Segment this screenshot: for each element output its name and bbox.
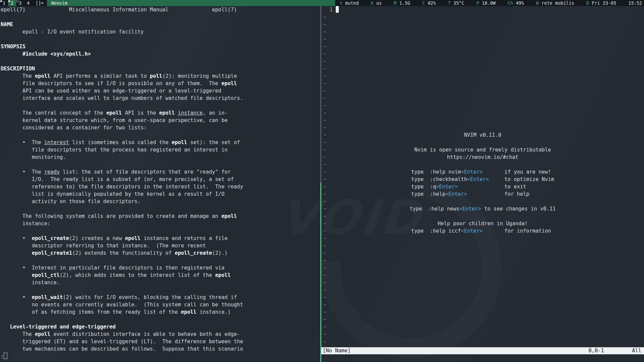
- tilde: ~: [323, 264, 326, 272]
- man-line: monitoring.: [1, 154, 319, 161]
- layout-symbol[interactable]: []=: [32, 0, 47, 6]
- tilde: ~: [323, 13, 326, 21]
- man-line: • The ready list: the set of file descri…: [1, 168, 319, 176]
- status-item-D: D Fri 23-05: [586, 0, 616, 6]
- tilde: ~: [323, 308, 326, 316]
- intro-line: NVIM v0.11.0: [321, 131, 644, 139]
- man-page-pane[interactable]: epoll(7) Miscellaneous Information Manua…: [1, 6, 319, 362]
- status-value: 1.5G: [399, 0, 410, 6]
- tilde: ~: [323, 109, 326, 117]
- tilde: ~: [323, 235, 326, 242]
- man-line: [1, 58, 319, 65]
- intro-line: type :help<Enter> for help: [321, 190, 644, 198]
- man-line: [1, 286, 319, 294]
- man-line: file descriptors to see if I/O is possib…: [1, 80, 319, 87]
- tilde: ~: [323, 21, 326, 28]
- intro-line: type :help iccf<Enter> for information: [321, 227, 644, 235]
- status-key: P: [476, 0, 479, 6]
- man-line: The following system calls are provided …: [1, 213, 319, 220]
- status-value: 18.0W: [482, 0, 496, 6]
- man-line: two mechanisms can be described as follo…: [1, 345, 319, 353]
- tilde: ~: [323, 257, 326, 264]
- status-item-W: W rete mobilis: [536, 0, 574, 6]
- status-value: 49%: [516, 0, 524, 6]
- tilde: ~: [323, 301, 326, 308]
- man-line: list is dynamically populated by the ker…: [1, 190, 319, 198]
- status-item-T: T 35°C: [448, 0, 465, 6]
- pager-cursor: [4, 353, 7, 359]
- man-line: file descriptors that the process has re…: [1, 146, 319, 154]
- tilde: ~: [323, 72, 326, 80]
- desktop: { "colors":{ "bar_bg":"#14191e","bar_gre…: [0, 0, 644, 362]
- man-line: The epoll API performs a similar task to…: [1, 72, 319, 80]
- man-line: I/O. The ready list is a subset of (or, …: [1, 176, 319, 183]
- tilde: ~: [323, 213, 326, 220]
- tilde: ~: [323, 124, 326, 131]
- man-line: descriptor referring to that instance. (…: [1, 242, 319, 249]
- man-line: of as fetching items from the ready list…: [1, 308, 319, 316]
- status-value: 35°C: [453, 0, 465, 6]
- intro-line: Help poor children in Uganda!: [321, 220, 644, 227]
- man-line: • epoll_wait(2) waits for I/O events, bl…: [1, 294, 319, 301]
- top-bar: 1234 []= Neovim V mutedK usM 1.5GC 02%T …: [0, 0, 644, 6]
- intro-line: https://neovim.io/#chat: [321, 154, 644, 161]
- man-line: epoll_ctl(2), which adds items to the in…: [1, 272, 319, 279]
- tag-indicator: [8, 0, 10, 2]
- tilde: ~: [323, 330, 326, 338]
- window-divider-top[interactable]: [320, 6, 321, 183]
- man-line: Level-triggered and edge-triggered: [1, 323, 319, 330]
- status-modules: V mutedK usM 1.5GC 02%T 35°CP 18.0WCh 49…: [335, 0, 644, 6]
- tilde: ~: [323, 272, 326, 279]
- tilde: ~: [323, 28, 326, 36]
- status-item-time: 15:52: [628, 0, 642, 6]
- man-line: references to) the file descriptors in t…: [1, 183, 319, 190]
- status-value: Fri 23-05: [592, 0, 616, 6]
- status-item-V: V muted: [340, 0, 359, 6]
- tilde: ~: [323, 58, 326, 65]
- workspace-tag-2[interactable]: 2: [8, 0, 16, 6]
- man-line: :: [1, 353, 319, 360]
- intro-line: type :checkhealth<Enter> to optimize Nvi…: [321, 176, 644, 183]
- man-line: [1, 36, 319, 43]
- cursor-block: [336, 6, 339, 13]
- man-line: The central concept of the epoll API is …: [1, 109, 319, 117]
- workspace-tag-3[interactable]: 3: [16, 0, 24, 6]
- status-key: V: [340, 0, 342, 6]
- man-line: DESCRIPTION: [1, 65, 319, 72]
- status-item-K: K us: [371, 0, 382, 6]
- tilde: ~: [323, 117, 326, 124]
- tag-indicator: [0, 0, 2, 2]
- tilde: ~: [323, 338, 326, 345]
- man-line: • The interest list (sometimes also call…: [1, 139, 319, 146]
- tilde: ~: [323, 249, 326, 257]
- line-number: 1: [323, 7, 336, 13]
- man-line: SYNOPSIS: [1, 43, 319, 50]
- man-line: epoll(7) Miscellaneous Information Manua…: [1, 6, 319, 13]
- man-line: NAME: [1, 21, 319, 28]
- tilde: ~: [323, 286, 326, 294]
- intro-line: Nvim is open source and freely distribut…: [321, 146, 644, 154]
- neovim-pane[interactable]: 1 ~~~~~~~~~~~~~~~~~~~~~~~~~~~~~~~~~~~~~~…: [321, 6, 644, 362]
- status-item-C: C 02%: [422, 0, 436, 6]
- status-key: Ch: [507, 0, 513, 6]
- man-line: [1, 161, 319, 168]
- tag-indicator: [16, 0, 18, 2]
- man-line: considered as a container for two lists:: [1, 124, 319, 131]
- workspace-tag-1[interactable]: 1: [0, 0, 8, 6]
- man-line: epoll_create1(2) extends the functionali…: [1, 249, 319, 257]
- man-line: API can be used either as an edge-trigge…: [1, 87, 319, 95]
- tilde: ~: [323, 294, 326, 301]
- buffer-line-1: 1: [323, 6, 339, 13]
- man-line: kernel data structure which, from a user…: [1, 117, 319, 124]
- workspace-tag-4[interactable]: 4: [24, 0, 32, 6]
- window-divider-bottom[interactable]: [320, 183, 321, 362]
- man-line: no events are currently available. (This…: [1, 301, 319, 308]
- man-line: epoll - I/O event notification facility: [1, 28, 319, 36]
- tilde: ~: [323, 242, 326, 249]
- status-value: 02%: [428, 0, 436, 6]
- tilde: ~: [323, 316, 326, 323]
- man-line: triggered (ET) and as level-triggered (L…: [1, 338, 319, 345]
- tilde: ~: [323, 36, 326, 43]
- tilde: ~: [323, 279, 326, 286]
- tilde: ~: [323, 65, 326, 72]
